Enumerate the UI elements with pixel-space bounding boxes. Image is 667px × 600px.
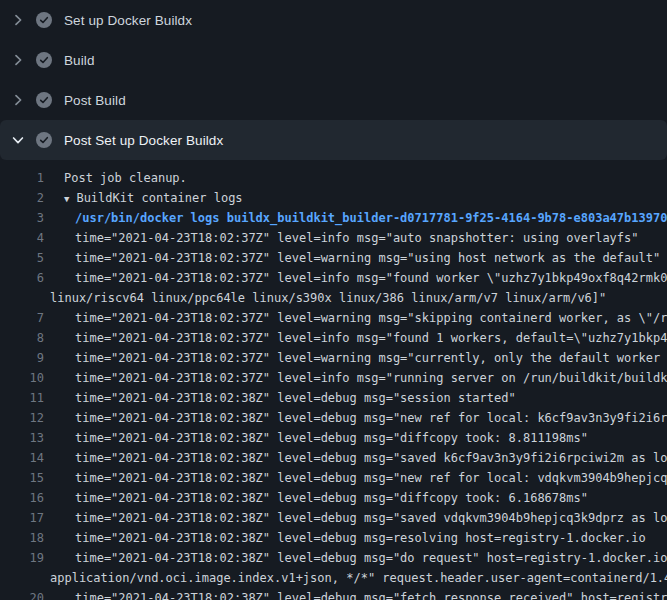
- line-number[interactable]: 12: [0, 408, 44, 428]
- log-line-content: Post job cleanup.: [44, 168, 667, 188]
- step-label: Build: [64, 53, 95, 68]
- log-row: 13 time="2021-04-23T18:02:38Z" level=deb…: [0, 428, 667, 448]
- log-row: 18 time="2021-04-23T18:02:38Z" level=deb…: [0, 528, 667, 548]
- log-line-text: time="2021-04-23T18:02:38Z" level=debug …: [75, 448, 667, 468]
- line-number[interactable]: 10: [0, 368, 44, 388]
- log-row: 7 time="2021-04-23T18:02:37Z" level=warn…: [0, 308, 667, 328]
- log-line-text: Post job cleanup.: [64, 168, 187, 188]
- check-circle-icon: [36, 92, 52, 108]
- log-line-text: time="2021-04-23T18:02:37Z" level=info m…: [75, 328, 667, 348]
- line-number[interactable]: 9: [0, 348, 44, 368]
- command-text: /usr/bin/docker logs buildx_buildkit_bui…: [75, 208, 667, 228]
- log-line-text: time="2021-04-23T18:02:37Z" level=info m…: [75, 228, 639, 248]
- chevron-right-icon[interactable]: [10, 12, 26, 28]
- log-line-content: time="2021-04-23T18:02:38Z" level=debug …: [44, 468, 667, 488]
- log-line-text: time="2021-04-23T18:02:37Z" level=info m…: [75, 368, 667, 388]
- log-line-text: application/vnd.oci.image.index.v1+json,…: [50, 568, 667, 588]
- step-row-build[interactable]: Build: [0, 40, 667, 80]
- log-line-text: time="2021-04-23T18:02:38Z" level=debug …: [75, 408, 667, 428]
- line-number[interactable]: 15: [0, 468, 44, 488]
- line-number[interactable]: 18: [0, 528, 44, 548]
- log-line-text: time="2021-04-23T18:02:37Z" level=warnin…: [75, 308, 667, 328]
- chevron-right-icon[interactable]: [10, 52, 26, 68]
- log-row: 14 time="2021-04-23T18:02:38Z" level=deb…: [0, 448, 667, 468]
- line-number[interactable]: 8: [0, 328, 44, 348]
- log-line-text: time="2021-04-23T18:02:38Z" level=debug …: [75, 428, 588, 448]
- log-row: 2 ▼BuildKit container logs: [0, 188, 667, 208]
- log-row: 19 time="2021-04-23T18:02:38Z" level=deb…: [0, 548, 667, 568]
- line-number[interactable]: 5: [0, 248, 44, 268]
- log-line-content: time="2021-04-23T18:02:38Z" level=debug …: [44, 488, 667, 508]
- log-line-text: time="2021-04-23T18:02:38Z" level=debug …: [75, 528, 646, 548]
- log-line-content: time="2021-04-23T18:02:38Z" level=debug …: [44, 448, 667, 468]
- log-line-content: /usr/bin/docker logs buildx_buildkit_bui…: [44, 208, 667, 228]
- step-label: Set up Docker Buildx: [64, 13, 192, 28]
- line-number[interactable]: 19: [0, 548, 44, 568]
- log-line-content: time="2021-04-23T18:02:38Z" level=debug …: [44, 508, 667, 528]
- log-row: application/vnd.oci.image.index.v1+json,…: [0, 568, 667, 588]
- line-number[interactable]: 6: [0, 268, 44, 288]
- log-line-text: time="2021-04-23T18:02:38Z" level=debug …: [75, 548, 667, 568]
- log-row: 9 time="2021-04-23T18:02:37Z" level=warn…: [0, 348, 667, 368]
- step-row-set-up-docker-buildx[interactable]: Set up Docker Buildx: [0, 0, 667, 40]
- triangle-down-icon[interactable]: ▼: [64, 189, 69, 208]
- line-number[interactable]: 3: [0, 208, 44, 228]
- line-number[interactable]: 13: [0, 428, 44, 448]
- line-number[interactable]: 1: [0, 168, 44, 188]
- log-row: 4 time="2021-04-23T18:02:37Z" level=info…: [0, 228, 667, 248]
- log-viewer[interactable]: 1 Post job cleanup. 2 ▼BuildKit containe…: [0, 160, 667, 600]
- log-row: 17 time="2021-04-23T18:02:38Z" level=deb…: [0, 508, 667, 528]
- log-row: 6 time="2021-04-23T18:02:37Z" level=info…: [0, 268, 667, 288]
- line-number[interactable]: 2: [0, 188, 44, 208]
- steps-list: Set up Docker Buildx Build P: [0, 0, 667, 160]
- step-row-post-set-up-docker-buildx[interactable]: Post Set up Docker Buildx: [0, 120, 667, 160]
- log-line-content: time="2021-04-23T18:02:38Z" level=debug …: [44, 588, 667, 600]
- log-line-text: time="2021-04-23T18:02:37Z" level=warnin…: [75, 348, 667, 368]
- step-label: Post Build: [64, 93, 126, 108]
- log-line-text: time="2021-04-23T18:02:38Z" level=debug …: [75, 508, 667, 528]
- chevron-down-icon[interactable]: [10, 132, 26, 148]
- line-number[interactable]: 14: [0, 448, 44, 468]
- log-line-text: time="2021-04-23T18:02:38Z" level=debug …: [75, 488, 588, 508]
- log-line-text: time="2021-04-23T18:02:38Z" level=debug …: [75, 588, 667, 600]
- chevron-right-icon[interactable]: [10, 92, 26, 108]
- log-row: 10 time="2021-04-23T18:02:37Z" level=inf…: [0, 368, 667, 388]
- log-line-content: time="2021-04-23T18:02:38Z" level=debug …: [44, 528, 667, 548]
- line-number[interactable]: 16: [0, 488, 44, 508]
- line-number[interactable]: 17: [0, 508, 44, 528]
- log-line-content: time="2021-04-23T18:02:38Z" level=debug …: [44, 428, 667, 448]
- log-line-text: time="2021-04-23T18:02:37Z" level=warnin…: [75, 248, 660, 268]
- line-number[interactable]: 4: [0, 228, 44, 248]
- log-line-content: ▼BuildKit container logs: [44, 188, 667, 208]
- log-line-text: time="2021-04-23T18:02:38Z" level=debug …: [75, 468, 667, 488]
- log-line-text: linux/riscv64 linux/ppc64le linux/s390x …: [50, 288, 606, 308]
- log-line-text[interactable]: BuildKit container logs: [76, 188, 242, 208]
- log-row: 20 time="2021-04-23T18:02:38Z" level=deb…: [0, 588, 667, 600]
- step-row-post-build[interactable]: Post Build: [0, 80, 667, 120]
- line-number[interactable]: [0, 568, 44, 588]
- log-line-content: time="2021-04-23T18:02:38Z" level=debug …: [44, 408, 667, 428]
- log-row: 5 time="2021-04-23T18:02:37Z" level=warn…: [0, 248, 667, 268]
- log-row: 15 time="2021-04-23T18:02:38Z" level=deb…: [0, 468, 667, 488]
- log-line-text: time="2021-04-23T18:02:37Z" level=info m…: [75, 268, 667, 288]
- log-line-content: time="2021-04-23T18:02:38Z" level=debug …: [44, 548, 667, 568]
- step-label: Post Set up Docker Buildx: [64, 133, 223, 148]
- line-number[interactable]: 11: [0, 388, 44, 408]
- log-row: 3 /usr/bin/docker logs buildx_buildkit_b…: [0, 208, 667, 228]
- log-line-content: time="2021-04-23T18:02:37Z" level=warnin…: [44, 308, 667, 328]
- line-number[interactable]: [0, 288, 44, 308]
- log-line-content: time="2021-04-23T18:02:37Z" level=info m…: [44, 328, 667, 348]
- line-number[interactable]: 20: [0, 588, 44, 600]
- log-row: 8 time="2021-04-23T18:02:37Z" level=info…: [0, 328, 667, 348]
- log-line-content: application/vnd.oci.image.index.v1+json,…: [44, 568, 667, 588]
- check-circle-icon: [36, 12, 52, 28]
- check-circle-icon: [36, 52, 52, 68]
- line-number[interactable]: 7: [0, 308, 44, 328]
- log-line-content: linux/riscv64 linux/ppc64le linux/s390x …: [44, 288, 667, 308]
- log-row: 12 time="2021-04-23T18:02:38Z" level=deb…: [0, 408, 667, 428]
- log-line-content: time="2021-04-23T18:02:38Z" level=debug …: [44, 388, 667, 408]
- log-line-content: time="2021-04-23T18:02:37Z" level=info m…: [44, 368, 667, 388]
- check-circle-icon: [36, 132, 52, 148]
- log-line-content: time="2021-04-23T18:02:37Z" level=warnin…: [44, 348, 667, 368]
- log-line-text: time="2021-04-23T18:02:38Z" level=debug …: [75, 388, 516, 408]
